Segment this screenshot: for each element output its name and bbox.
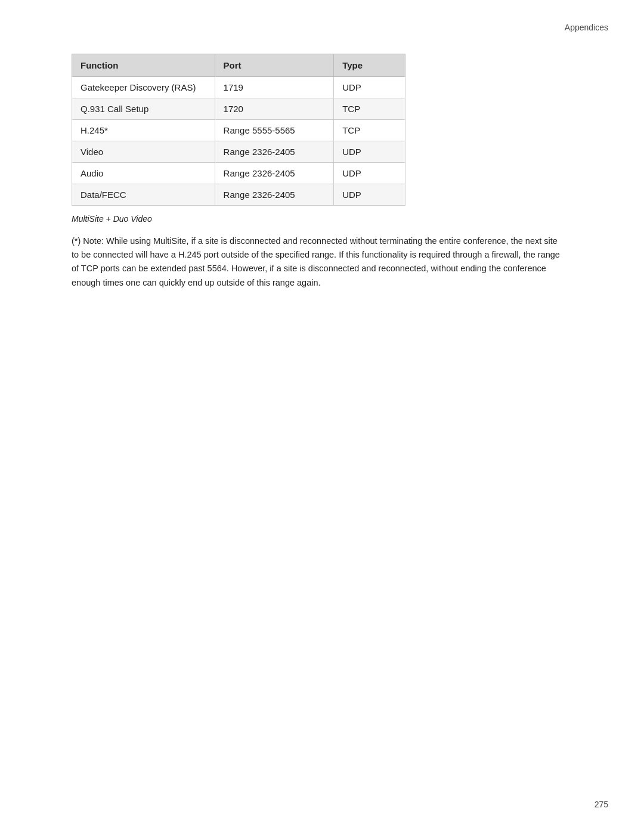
cell-function: H.245* [72, 120, 215, 141]
table-row: VideoRange 2326-2405UDP [72, 141, 405, 163]
table-row: Data/FECCRange 2326-2405UDP [72, 184, 405, 206]
page-number: 275 [595, 800, 608, 809]
cell-port: Range 2326-2405 [215, 163, 334, 184]
ports-table: Function Port Type Gatekeeper Discovery … [72, 54, 405, 206]
cell-function: Gatekeeper Discovery (RAS) [72, 77, 215, 98]
column-header-type: Type [334, 54, 405, 77]
table-row: Q.931 Call Setup1720TCP [72, 98, 405, 120]
cell-type: UDP [334, 163, 405, 184]
column-header-port: Port [215, 54, 334, 77]
cell-function: Video [72, 141, 215, 163]
cell-port: 1719 [215, 77, 334, 98]
cell-type: UDP [334, 77, 405, 98]
cell-function: Audio [72, 163, 215, 184]
note-text: (*) Note: While using MultiSite, if a si… [72, 234, 561, 290]
cell-function: Q.931 Call Setup [72, 98, 215, 120]
cell-port: 1720 [215, 98, 334, 120]
column-header-function: Function [72, 54, 215, 77]
page-content: Function Port Type Gatekeeper Discovery … [72, 54, 608, 290]
cell-type: UDP [334, 184, 405, 206]
page-header: Appendices [565, 23, 608, 32]
table-caption: MultiSite + Duo Video [72, 214, 608, 224]
table-header: Function Port Type [72, 54, 405, 77]
cell-function: Data/FECC [72, 184, 215, 206]
cell-port: Range 5555-5565 [215, 120, 334, 141]
table-row: H.245*Range 5555-5565TCP [72, 120, 405, 141]
cell-type: TCP [334, 98, 405, 120]
table-row: AudioRange 2326-2405UDP [72, 163, 405, 184]
table-body: Gatekeeper Discovery (RAS)1719UDPQ.931 C… [72, 77, 405, 206]
cell-type: UDP [334, 141, 405, 163]
cell-port: Range 2326-2405 [215, 141, 334, 163]
cell-type: TCP [334, 120, 405, 141]
cell-port: Range 2326-2405 [215, 184, 334, 206]
table-row: Gatekeeper Discovery (RAS)1719UDP [72, 77, 405, 98]
